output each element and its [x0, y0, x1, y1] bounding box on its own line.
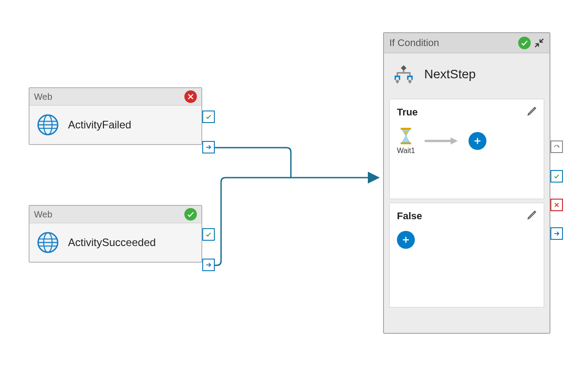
globe-icon — [37, 114, 59, 136]
completion-port[interactable] — [550, 227, 563, 240]
pipeline-canvas[interactable]: Web ActivityFailed Web — [0, 0, 588, 366]
activity-type-label: Web — [34, 209, 52, 220]
arrow-icon — [424, 136, 460, 145]
true-branch[interactable]: True Wait1 — [389, 99, 544, 199]
edit-icon[interactable] — [527, 106, 537, 116]
success-port[interactable] — [550, 170, 563, 183]
branch-label: False — [397, 210, 422, 221]
success-port[interactable] — [202, 228, 215, 241]
collapse-icon[interactable] — [534, 38, 544, 48]
wait-activity-name: Wait1 — [397, 147, 415, 155]
add-activity-button[interactable] — [469, 132, 486, 150]
completion-port[interactable] — [202, 259, 215, 271]
wait-activity[interactable]: Wait1 — [397, 127, 415, 155]
status-failed-icon — [184, 90, 197, 103]
skip-port[interactable] — [550, 140, 563, 153]
activity-name: ActivitySucceeded — [68, 236, 156, 249]
activity-header: Web — [30, 206, 201, 223]
activity-web-failed[interactable]: Web ActivityFailed — [29, 87, 202, 145]
success-port[interactable] — [202, 111, 215, 123]
activity-web-succeeded[interactable]: Web ActivitySucceeded — [29, 205, 202, 263]
activity-if-condition[interactable]: If Condition NextStep True — [383, 32, 550, 334]
globe-icon — [37, 231, 59, 254]
activity-name: ActivityFailed — [68, 119, 131, 131]
add-activity-button[interactable] — [397, 231, 415, 249]
hourglass-icon — [398, 127, 414, 145]
if-condition-icon — [391, 63, 416, 85]
activity-type-label: If Condition — [389, 37, 439, 49]
branch-label: True — [397, 106, 418, 118]
activity-header: Web — [30, 88, 201, 106]
svg-rect-5 — [401, 142, 411, 144]
svg-rect-4 — [401, 128, 411, 130]
status-succeeded-icon — [518, 37, 531, 49]
edit-icon[interactable] — [527, 209, 537, 220]
activity-title-bar: NextStep — [384, 53, 550, 95]
activity-name: NextStep — [424, 67, 476, 81]
status-succeeded-icon — [184, 208, 197, 221]
failure-port[interactable] — [550, 199, 563, 211]
false-branch[interactable]: False — [389, 203, 544, 307]
activity-type-label: Web — [34, 92, 52, 102]
activity-header: If Condition — [384, 33, 550, 53]
completion-port[interactable] — [202, 141, 215, 153]
